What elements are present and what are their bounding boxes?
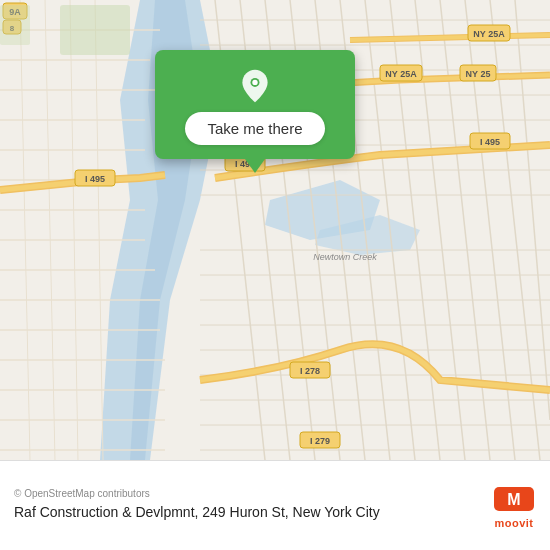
svg-text:I 495: I 495 bbox=[480, 137, 500, 147]
svg-text:NY 25: NY 25 bbox=[466, 69, 491, 79]
svg-text:I 495: I 495 bbox=[85, 174, 105, 184]
svg-text:M: M bbox=[507, 491, 520, 508]
svg-text:Newtown Creek: Newtown Creek bbox=[313, 252, 377, 262]
map-attribution: © OpenStreetMap contributors bbox=[14, 488, 482, 499]
location-popup: Take me there bbox=[155, 50, 355, 159]
address-block: © OpenStreetMap contributors Raf Constru… bbox=[14, 488, 482, 523]
app-container: I 495 I 495 I 495 9A 8 NY 25 NY 25A NY 2… bbox=[0, 0, 550, 550]
address-text: Raf Construction & Devlpmnt, 249 Huron S… bbox=[14, 503, 482, 523]
svg-text:I 279: I 279 bbox=[310, 436, 330, 446]
bottom-bar: © OpenStreetMap contributors Raf Constru… bbox=[0, 460, 550, 550]
moovit-logo: M moovit bbox=[492, 483, 536, 529]
svg-text:NY 25A: NY 25A bbox=[473, 29, 505, 39]
svg-point-76 bbox=[252, 80, 257, 85]
moovit-brand-label: moovit bbox=[494, 517, 533, 529]
svg-rect-74 bbox=[0, 5, 30, 45]
take-me-there-button[interactable]: Take me there bbox=[185, 112, 324, 145]
svg-text:NY 25A: NY 25A bbox=[385, 69, 417, 79]
location-pin-icon bbox=[237, 68, 273, 104]
svg-rect-73 bbox=[60, 5, 130, 55]
svg-text:I 278: I 278 bbox=[300, 366, 320, 376]
moovit-icon: M bbox=[492, 483, 536, 515]
